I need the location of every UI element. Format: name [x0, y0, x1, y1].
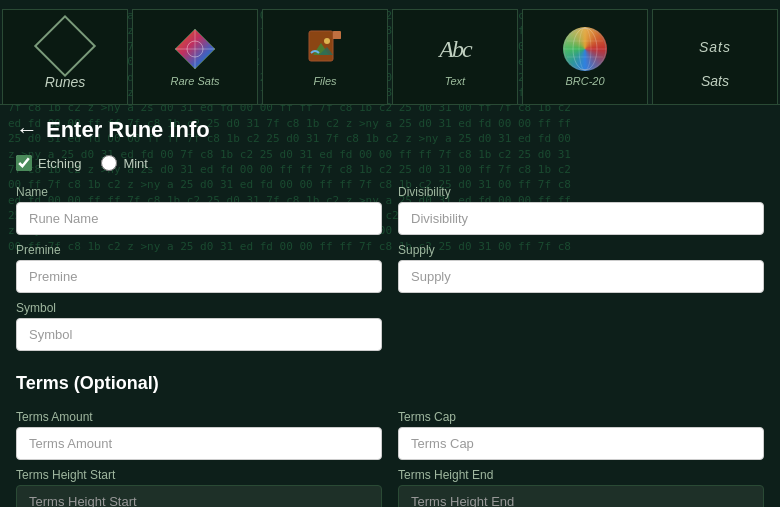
terms-height-end-input	[398, 485, 764, 507]
premine-group: Premine	[16, 243, 382, 293]
divisibility-group: Divisibility	[398, 185, 764, 235]
svg-point-9	[324, 38, 330, 44]
tab-text-label: Text	[445, 75, 465, 87]
page-title-row: ← Enter Rune Info	[16, 117, 764, 143]
text-tab-icon-text: Abc	[439, 36, 470, 63]
name-input[interactable]	[16, 202, 382, 235]
terms-height-start-input	[16, 485, 382, 507]
premine-input[interactable]	[16, 260, 382, 293]
terms-section-header: Terms (Optional)	[16, 373, 764, 394]
mint-label: Mint	[123, 156, 148, 171]
back-button[interactable]: ←	[16, 117, 38, 143]
etching-label: Etching	[38, 156, 81, 171]
mint-option[interactable]: Mint	[101, 155, 148, 171]
terms-height-end-label: Terms Height End	[398, 468, 764, 482]
name-group: Name	[16, 185, 382, 235]
tab-runes[interactable]: Runes	[2, 9, 128, 104]
brc20-icon	[563, 27, 607, 71]
terms-height-end-group: Terms Height End	[398, 468, 764, 507]
tab-files-label: Files	[313, 75, 336, 87]
terms-amount-label: Terms Amount	[16, 410, 382, 424]
supply-label: Supply	[398, 243, 764, 257]
tab-sats-label: Sats	[701, 73, 729, 89]
terms-cap-label: Terms Cap	[398, 410, 764, 424]
tab-rare-sats[interactable]: Rare Sats	[132, 9, 258, 104]
premine-label: Premine	[16, 243, 382, 257]
page-title: Enter Rune Info	[46, 117, 210, 143]
tab-files[interactable]: Files	[262, 9, 388, 104]
supply-group: Supply	[398, 243, 764, 293]
terms-cap-input[interactable]	[398, 427, 764, 460]
terms-amount-group: Terms Amount	[16, 410, 382, 460]
symbol-label: Symbol	[16, 301, 382, 315]
divisibility-label: Divisibility	[398, 185, 764, 199]
etching-option[interactable]: Etching	[16, 155, 81, 171]
nav-tabs: Runes Rare Sats	[0, 0, 780, 105]
terms-height-start-group: Terms Height Start	[16, 468, 382, 507]
name-label: Name	[16, 185, 382, 199]
tab-brc20[interactable]: BRC-20	[522, 9, 648, 104]
terms-height-start-label: Terms Height Start	[16, 468, 382, 482]
terms-amount-input[interactable]	[16, 427, 382, 460]
files-icon	[303, 27, 347, 71]
symbol-group: Symbol	[16, 301, 382, 351]
symbol-input[interactable]	[16, 318, 382, 351]
tab-brc20-label: BRC-20	[565, 75, 604, 87]
options-row: Etching Mint	[16, 155, 764, 171]
svg-rect-6	[333, 31, 341, 39]
mint-radio[interactable]	[101, 155, 117, 171]
main-content: ← Enter Rune Info Etching Mint Name Di	[0, 105, 780, 507]
supply-input[interactable]	[398, 260, 764, 293]
tab-sats[interactable]: Sats Sats	[652, 9, 778, 104]
tab-text[interactable]: Abc Text	[392, 9, 518, 104]
tab-rare-sats-label: Rare Sats	[171, 75, 220, 87]
divisibility-input[interactable]	[398, 202, 764, 235]
sats-icon: Sats	[699, 39, 731, 55]
rare-sats-icon	[173, 27, 217, 71]
etching-checkbox[interactable]	[16, 155, 32, 171]
terms-cap-group: Terms Cap	[398, 410, 764, 460]
main-form: Name Divisibility Premine Supply Symbol	[16, 185, 764, 507]
